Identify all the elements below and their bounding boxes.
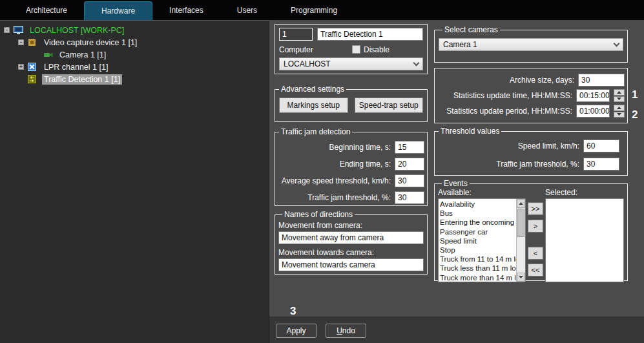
- traffic-jam-detection-title: Traffic jam detection: [279, 127, 352, 136]
- top-tab-bar: Architecture Hardware Interfaces Users P…: [0, 0, 644, 20]
- statistics-update-time-spinner[interactable]: [614, 89, 625, 102]
- list-item[interactable]: Entering the oncoming la: [440, 218, 515, 227]
- names-of-directions-group: Names of directions Movement from camera…: [275, 210, 428, 275]
- advanced-settings-title: Advanced settings: [279, 85, 346, 94]
- computer-dropdown[interactable]: LOCALHOST: [279, 57, 423, 70]
- selected-events-listbox[interactable]: [545, 198, 624, 282]
- tree-item-label: Traffic Detection 1 [1]: [42, 74, 122, 85]
- events-title: Events: [442, 179, 470, 188]
- tab-hardware[interactable]: Hardware: [84, 1, 152, 20]
- tree-item-lpr-channel[interactable]: + LPR channel 1 [1]: [0, 61, 269, 73]
- select-cameras-title: Select cameras: [442, 25, 500, 34]
- settings-panel: 1 Traffic Detection 1 Computer Disable L…: [269, 20, 644, 317]
- tree-item-label: Video capture device 1 [1]: [42, 37, 139, 48]
- spinner-up-icon[interactable]: [614, 105, 625, 111]
- beginning-time-field[interactable]: 15: [395, 141, 424, 154]
- list-item[interactable]: Passenger car: [440, 227, 515, 236]
- movement-towards-camera-field[interactable]: Movement towards camera: [278, 258, 424, 271]
- speed-trap-setup-button[interactable]: Speed-trap setup: [355, 98, 424, 113]
- tree-item-video-capture-device[interactable]: - Video capture device 1 [1]: [0, 36, 269, 48]
- statistics-update-period-label: Statistics update period, HH:MM:SS:: [446, 107, 572, 116]
- apply-button[interactable]: Apply: [276, 324, 317, 338]
- tree-item-label: LOCALHOST [WORK-PC]: [28, 25, 126, 36]
- scroll-up-icon[interactable]: [517, 199, 525, 208]
- disable-checkbox[interactable]: [352, 45, 360, 54]
- select-cameras-group: Select cameras Camera 1: [434, 25, 628, 63]
- tree-item-localhost[interactable]: - LOCALHOST [WORK-PC]: [0, 24, 269, 36]
- object-id-field[interactable]: 1: [279, 28, 313, 41]
- annotation-1: 1: [632, 88, 638, 101]
- annotation-3: 3: [290, 305, 296, 318]
- chevron-down-icon: [614, 40, 620, 47]
- list-item[interactable]: Availability: [440, 200, 515, 209]
- scroll-down-icon[interactable]: [517, 273, 525, 282]
- speed-limit-label: Speed limit, km/h:: [518, 141, 579, 151]
- available-events-listbox[interactable]: Availability Bus Entering the oncoming l…: [438, 198, 526, 282]
- traffic-jam-threshold-pct-label: Traffic jam threshold, %:: [496, 160, 579, 169]
- vertical-scrollbar[interactable]: [516, 199, 525, 282]
- computer-icon: [14, 26, 25, 34]
- list-item[interactable]: Truck less than 11 m lor: [440, 264, 515, 273]
- list-item[interactable]: Truck from 11 to 14 m lo: [440, 255, 515, 264]
- average-speed-threshold-label: Average speed threshold, km/h:: [282, 176, 391, 185]
- traffic-jam-threshold-field[interactable]: 30: [395, 191, 424, 204]
- camera-icon: [43, 52, 54, 58]
- tab-users[interactable]: Users: [220, 0, 274, 20]
- threshold-values-group: Threshold values Speed limit, km/h: 60 T…: [434, 127, 628, 176]
- traffic-detection-icon: [28, 75, 39, 83]
- statistics-update-period-spinner[interactable]: [614, 105, 625, 118]
- spinner-up-icon[interactable]: [614, 89, 625, 96]
- archive-size-field[interactable]: 30: [578, 74, 625, 87]
- undo-button-rest: ndo: [342, 326, 355, 335]
- list-item[interactable]: Speed limit: [440, 236, 515, 245]
- traffic-jam-detection-group: Traffic jam detection Beginning time, s:…: [275, 127, 428, 206]
- movement-towards-camera-label: Movement towards camera:: [278, 248, 424, 257]
- list-item[interactable]: Bus: [440, 209, 515, 218]
- movement-from-camera-label: Movement from camera:: [278, 221, 424, 230]
- undo-button[interactable]: Undo: [326, 324, 366, 338]
- movement-from-camera-field[interactable]: Movement away from camera: [278, 231, 424, 244]
- spinner-down-icon[interactable]: [614, 96, 625, 103]
- tab-architecture[interactable]: Architecture: [9, 0, 84, 20]
- computer-dropdown-value: LOCALHOST: [284, 59, 331, 68]
- undo-button-mnemonic: U: [337, 326, 342, 335]
- object-name-field[interactable]: Traffic Detection 1: [317, 28, 423, 41]
- traffic-jam-threshold-pct-field[interactable]: 30: [583, 158, 619, 171]
- beginning-time-label: Beginning time, s:: [329, 143, 391, 152]
- move-left-button[interactable]: <: [528, 247, 543, 260]
- footer-bar: 3 Apply Undo: [269, 317, 644, 343]
- archive-size-label: Archive size, days:: [510, 76, 574, 85]
- move-all-left-button[interactable]: <<: [528, 264, 543, 276]
- disable-label: Disable: [364, 45, 390, 54]
- statistics-update-period-field[interactable]: 01:00:00: [576, 105, 610, 118]
- ending-time-label: Ending time, s:: [340, 160, 391, 169]
- annotation-2: 2: [632, 109, 638, 121]
- average-speed-threshold-field[interactable]: 30: [395, 174, 424, 187]
- camera-dropdown[interactable]: Camera 1: [439, 38, 623, 51]
- scrollbar-thumb[interactable]: [517, 209, 525, 237]
- speed-limit-field[interactable]: 60: [583, 140, 619, 152]
- list-item[interactable]: Stop: [440, 245, 515, 255]
- tab-programming[interactable]: Programming: [274, 0, 354, 20]
- camera-dropdown-value: Camera 1: [443, 40, 477, 49]
- ending-time-field[interactable]: 20: [395, 158, 424, 171]
- list-item[interactable]: Truck more than 14 m lc: [440, 273, 515, 282]
- statistics-update-time-label: Statistics update time, HH:MM:SS:: [453, 91, 572, 100]
- expand-icon[interactable]: +: [18, 64, 24, 70]
- tree-item-traffic-detection[interactable]: Traffic Detection 1 [1]: [0, 73, 269, 85]
- events-group: Events Available: Availability Bus Enter…: [434, 179, 628, 281]
- threshold-values-title: Threshold values: [439, 127, 501, 136]
- computer-label: Computer: [279, 45, 313, 54]
- collapse-icon[interactable]: -: [18, 39, 24, 45]
- spinner-down-icon[interactable]: [614, 112, 625, 118]
- tab-interfaces[interactable]: Interfaces: [152, 0, 220, 20]
- move-all-right-button[interactable]: >>: [528, 202, 543, 215]
- available-label: Available:: [438, 188, 526, 197]
- move-right-button[interactable]: >: [528, 220, 543, 233]
- markings-setup-button[interactable]: Markings setup: [279, 98, 348, 113]
- tree-item-camera[interactable]: Camera 1 [1]: [0, 48, 269, 61]
- collapse-icon[interactable]: -: [4, 27, 10, 33]
- statistics-group: Archive size, days: 30 Statistics update…: [434, 68, 628, 123]
- hardware-tree-panel: - LOCALHOST [WORK-PC] - Video capture de…: [0, 20, 269, 343]
- statistics-update-time-field[interactable]: 00:15:00: [576, 89, 610, 102]
